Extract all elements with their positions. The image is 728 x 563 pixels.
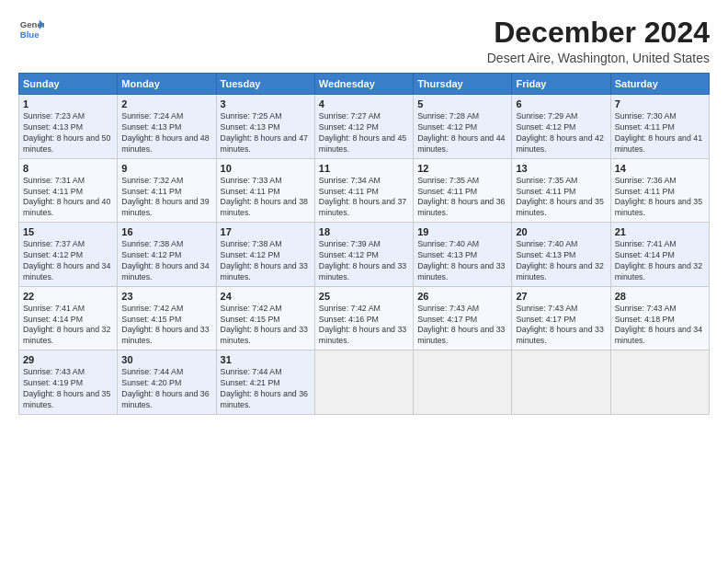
- calendar-header-row: Sunday Monday Tuesday Wednesday Thursday…: [19, 74, 710, 95]
- table-row: 21 Sunrise: 7:41 AM Sunset: 4:14 PM Dayl…: [610, 223, 709, 287]
- day-info: Sunrise: 7:40 AM Sunset: 4:13 PM Dayligh…: [417, 239, 507, 283]
- day-number: 31: [221, 354, 311, 365]
- day-info: Sunrise: 7:41 AM Sunset: 4:14 PM Dayligh…: [615, 239, 705, 283]
- table-row: 20 Sunrise: 7:40 AM Sunset: 4:13 PM Dayl…: [512, 223, 610, 287]
- location: Desert Aire, Washington, United States: [487, 51, 710, 65]
- day-info: Sunrise: 7:43 AM Sunset: 4:17 PM Dayligh…: [417, 304, 507, 348]
- col-sunday: Sunday: [19, 74, 118, 95]
- day-info: Sunrise: 7:43 AM Sunset: 4:19 PM Dayligh…: [23, 367, 113, 411]
- day-info: Sunrise: 7:43 AM Sunset: 4:17 PM Dayligh…: [516, 304, 606, 348]
- day-info: Sunrise: 7:38 AM Sunset: 4:12 PM Dayligh…: [221, 239, 311, 283]
- table-row: 17 Sunrise: 7:38 AM Sunset: 4:12 PM Dayl…: [216, 223, 314, 287]
- day-info: Sunrise: 7:43 AM Sunset: 4:18 PM Dayligh…: [615, 304, 705, 348]
- table-row: 9 Sunrise: 7:32 AM Sunset: 4:11 PM Dayli…: [118, 158, 216, 223]
- header: General Blue December 2024 Desert Aire, …: [18, 17, 710, 65]
- table-row: 2 Sunrise: 7:24 AM Sunset: 4:13 PM Dayli…: [118, 95, 216, 159]
- day-info: Sunrise: 7:23 AM Sunset: 4:13 PM Dayligh…: [23, 111, 113, 155]
- day-number: 3: [221, 98, 311, 109]
- day-number: 23: [121, 291, 211, 302]
- table-row: 26 Sunrise: 7:43 AM Sunset: 4:17 PM Dayl…: [414, 286, 512, 350]
- table-row: 16 Sunrise: 7:38 AM Sunset: 4:12 PM Dayl…: [118, 223, 216, 287]
- day-number: 28: [615, 291, 705, 302]
- day-number: 15: [23, 226, 113, 237]
- day-number: 17: [221, 226, 311, 237]
- day-number: 29: [23, 354, 113, 365]
- col-friday: Friday: [512, 74, 610, 95]
- logo: General Blue: [18, 17, 44, 42]
- day-number: 8: [23, 163, 113, 174]
- day-info: Sunrise: 7:38 AM Sunset: 4:12 PM Dayligh…: [121, 239, 211, 283]
- table-row: [414, 350, 512, 415]
- table-row: 11 Sunrise: 7:34 AM Sunset: 4:11 PM Dayl…: [314, 158, 413, 223]
- day-info: Sunrise: 7:25 AM Sunset: 4:13 PM Dayligh…: [221, 111, 311, 155]
- table-row: 6 Sunrise: 7:29 AM Sunset: 4:12 PM Dayli…: [512, 95, 610, 159]
- day-number: 4: [319, 98, 409, 109]
- day-info: Sunrise: 7:42 AM Sunset: 4:15 PM Dayligh…: [121, 304, 211, 348]
- col-thursday: Thursday: [414, 74, 512, 95]
- table-row: 25 Sunrise: 7:42 AM Sunset: 4:16 PM Dayl…: [314, 286, 413, 350]
- table-row: [512, 350, 610, 415]
- table-row: 13 Sunrise: 7:35 AM Sunset: 4:11 PM Dayl…: [512, 158, 610, 223]
- day-number: 12: [417, 163, 507, 174]
- table-row: 14 Sunrise: 7:36 AM Sunset: 4:11 PM Dayl…: [610, 158, 709, 223]
- logo-icon: General Blue: [18, 17, 44, 42]
- table-row: 7 Sunrise: 7:30 AM Sunset: 4:11 PM Dayli…: [610, 95, 709, 159]
- day-number: 2: [121, 98, 211, 109]
- table-row: 12 Sunrise: 7:35 AM Sunset: 4:11 PM Dayl…: [414, 158, 512, 223]
- month-title: December 2024: [487, 17, 710, 49]
- day-info: Sunrise: 7:42 AM Sunset: 4:15 PM Dayligh…: [221, 304, 311, 348]
- day-number: 21: [615, 226, 705, 237]
- table-row: 18 Sunrise: 7:39 AM Sunset: 4:12 PM Dayl…: [314, 223, 413, 287]
- table-row: 31 Sunrise: 7:44 AM Sunset: 4:21 PM Dayl…: [216, 350, 314, 415]
- day-number: 5: [417, 98, 507, 109]
- day-number: 16: [121, 226, 211, 237]
- title-block: December 2024 Desert Aire, Washington, U…: [487, 17, 710, 65]
- col-monday: Monday: [118, 74, 216, 95]
- day-number: 7: [615, 98, 705, 109]
- table-row: 4 Sunrise: 7:27 AM Sunset: 4:12 PM Dayli…: [314, 95, 413, 159]
- day-info: Sunrise: 7:34 AM Sunset: 4:11 PM Dayligh…: [319, 176, 409, 220]
- day-info: Sunrise: 7:44 AM Sunset: 4:20 PM Dayligh…: [121, 367, 211, 411]
- table-row: 3 Sunrise: 7:25 AM Sunset: 4:13 PM Dayli…: [216, 95, 314, 159]
- day-number: 9: [121, 163, 211, 174]
- day-info: Sunrise: 7:39 AM Sunset: 4:12 PM Dayligh…: [319, 239, 409, 283]
- day-number: 11: [319, 163, 409, 174]
- table-row: 23 Sunrise: 7:42 AM Sunset: 4:15 PM Dayl…: [118, 286, 216, 350]
- day-info: Sunrise: 7:40 AM Sunset: 4:13 PM Dayligh…: [516, 239, 606, 283]
- table-row: 8 Sunrise: 7:31 AM Sunset: 4:11 PM Dayli…: [19, 158, 118, 223]
- table-row: [314, 350, 413, 415]
- day-number: 19: [417, 226, 507, 237]
- day-info: Sunrise: 7:31 AM Sunset: 4:11 PM Dayligh…: [23, 176, 113, 220]
- table-row: 30 Sunrise: 7:44 AM Sunset: 4:20 PM Dayl…: [118, 350, 216, 415]
- day-number: 1: [23, 98, 113, 109]
- calendar: Sunday Monday Tuesday Wednesday Thursday…: [18, 73, 710, 415]
- day-info: Sunrise: 7:36 AM Sunset: 4:11 PM Dayligh…: [615, 176, 705, 220]
- day-info: Sunrise: 7:37 AM Sunset: 4:12 PM Dayligh…: [23, 239, 113, 283]
- col-wednesday: Wednesday: [314, 74, 413, 95]
- table-row: [610, 350, 709, 415]
- col-saturday: Saturday: [610, 74, 709, 95]
- table-row: 29 Sunrise: 7:43 AM Sunset: 4:19 PM Dayl…: [19, 350, 118, 415]
- day-number: 18: [319, 226, 409, 237]
- day-number: 14: [615, 163, 705, 174]
- day-number: 30: [121, 354, 211, 365]
- table-row: 22 Sunrise: 7:41 AM Sunset: 4:14 PM Dayl…: [19, 286, 118, 350]
- table-row: 10 Sunrise: 7:33 AM Sunset: 4:11 PM Dayl…: [216, 158, 314, 223]
- day-number: 6: [516, 98, 606, 109]
- col-tuesday: Tuesday: [216, 74, 314, 95]
- day-number: 25: [319, 291, 409, 302]
- svg-text:Blue: Blue: [20, 29, 40, 40]
- day-number: 27: [516, 291, 606, 302]
- day-info: Sunrise: 7:35 AM Sunset: 4:11 PM Dayligh…: [516, 176, 606, 220]
- page: General Blue December 2024 Desert Aire, …: [0, 0, 728, 563]
- table-row: 1 Sunrise: 7:23 AM Sunset: 4:13 PM Dayli…: [19, 95, 118, 159]
- day-info: Sunrise: 7:33 AM Sunset: 4:11 PM Dayligh…: [221, 176, 311, 220]
- day-number: 24: [221, 291, 311, 302]
- day-info: Sunrise: 7:29 AM Sunset: 4:12 PM Dayligh…: [516, 111, 606, 155]
- day-info: Sunrise: 7:30 AM Sunset: 4:11 PM Dayligh…: [615, 111, 705, 155]
- day-number: 10: [221, 163, 311, 174]
- day-info: Sunrise: 7:41 AM Sunset: 4:14 PM Dayligh…: [23, 304, 113, 348]
- table-row: 15 Sunrise: 7:37 AM Sunset: 4:12 PM Dayl…: [19, 223, 118, 287]
- day-number: 22: [23, 291, 113, 302]
- table-row: 5 Sunrise: 7:28 AM Sunset: 4:12 PM Dayli…: [414, 95, 512, 159]
